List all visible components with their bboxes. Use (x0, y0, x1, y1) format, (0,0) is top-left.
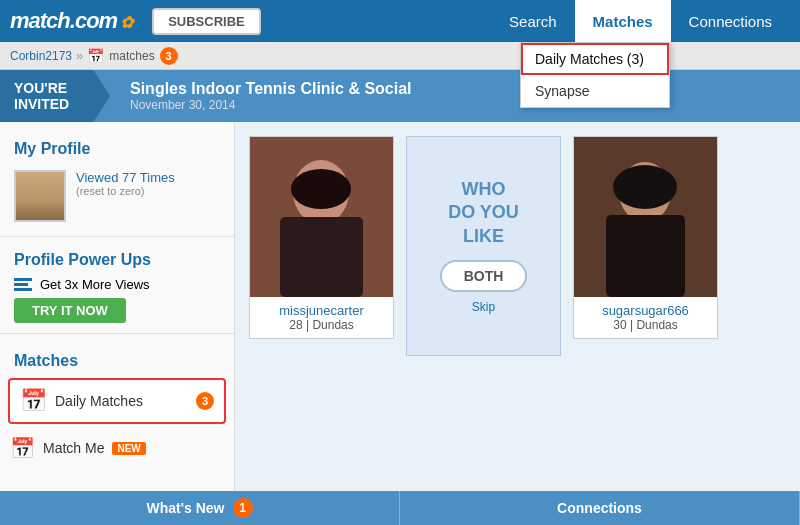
match-name-2[interactable]: sugarsugar666 (582, 303, 709, 318)
bottom-tabs: What's New 1 Connections (0, 491, 800, 525)
match-info-2: sugarsugar666 30 | Dundas (574, 297, 717, 338)
new-badge: NEW (112, 442, 145, 455)
dropdown-item-daily-matches[interactable]: Daily Matches (3) (521, 43, 669, 75)
bottom-tab-connections[interactable]: Connections (400, 491, 800, 525)
match-photo-1 (250, 137, 393, 297)
bottom-tab-whats-new[interactable]: What's New 1 (0, 491, 400, 525)
sidebar-divider-1 (0, 236, 234, 237)
power-ups-section: Get 3x More Views TRY IT NOW (0, 273, 234, 327)
match-me-icon: 📅 (10, 436, 35, 460)
svg-rect-2 (280, 217, 363, 297)
match-photo-2 (574, 137, 717, 297)
whats-new-badge: 1 (233, 498, 253, 518)
person2-svg (574, 137, 717, 297)
dropdown-item-synapse[interactable]: Synapse (521, 75, 669, 107)
power-ups-title: Profile Power Ups (0, 243, 234, 273)
match-name-1[interactable]: missjunecarter (258, 303, 385, 318)
whats-new-label: What's New (146, 500, 224, 516)
main-layout: My Profile Viewed 77 Times (reset to zer… (0, 122, 800, 491)
breadcrumb-separator: » (76, 48, 83, 63)
skip-link[interactable]: Skip (472, 300, 495, 314)
reset-label[interactable]: (reset to zero) (76, 185, 175, 197)
matches-label: matches (109, 49, 154, 63)
who-card: WHO DO YOU LIKE BOTH Skip (406, 136, 561, 356)
logo: match.com✿ (10, 8, 132, 34)
subscribe-button[interactable]: SUBSCRIBE (152, 8, 261, 35)
profile-stats: Viewed 77 Times (reset to zero) (76, 170, 175, 197)
try-it-now-button[interactable]: TRY IT NOW (14, 298, 126, 323)
power-ups-row: Get 3x More Views (14, 277, 220, 292)
matches-dropdown: Daily Matches (3) Synapse (520, 42, 670, 108)
breadcrumb-user[interactable]: Corbin2173 (10, 49, 72, 63)
match-card-1[interactable]: missjunecarter 28 | Dundas (249, 136, 394, 339)
content-area: missjunecarter 28 | Dundas WHO DO YOU LI… (235, 122, 800, 491)
match-card-2[interactable]: sugarsugar666 30 | Dundas (573, 136, 718, 339)
matches-section: Matches 📅 Daily Matches 3 📅 Match Me NEW (0, 340, 234, 472)
bar3 (14, 288, 32, 291)
my-profile-title: My Profile (0, 132, 234, 162)
matches-count-badge: 3 (160, 47, 178, 65)
svg-point-7 (613, 165, 677, 209)
match-me-row[interactable]: 📅 Match Me NEW (0, 428, 234, 468)
viewed-link[interactable]: Viewed 77 Times (76, 170, 175, 185)
both-button[interactable]: BOTH (440, 260, 528, 292)
invite-text: Singles Indoor Tennis Clinic & Social No… (110, 80, 412, 112)
maple-icon: ✿ (120, 14, 132, 31)
logo-text: match.com (10, 8, 117, 33)
nav-matches[interactable]: Matches (575, 0, 671, 42)
bars-icon (14, 278, 32, 291)
daily-matches-count: 3 (196, 392, 214, 410)
power-ups-label: Get 3x More Views (40, 277, 150, 292)
sidebar: My Profile Viewed 77 Times (reset to zer… (0, 122, 235, 491)
calendar-icon: 📅 (20, 388, 47, 414)
invite-banner: YOU'RE INVITED Singles Indoor Tennis Cli… (0, 70, 800, 122)
event-title: Singles Indoor Tennis Clinic & Social (130, 80, 412, 98)
header-nav: Search Matches Connections (491, 0, 790, 42)
bar1 (14, 278, 32, 281)
invited-label: YOU'RE INVITED (14, 80, 69, 112)
svg-rect-6 (606, 215, 685, 297)
breadcrumb-bar: Corbin2173 » 📅 matches 3 (0, 42, 800, 70)
header: match.com✿ SUBSCRIBE Search Matches Conn… (0, 0, 800, 42)
logo-domain: .com (70, 8, 117, 33)
avatar (14, 170, 66, 222)
daily-matches-row[interactable]: 📅 Daily Matches 3 (8, 378, 226, 424)
svg-point-3 (291, 169, 351, 209)
match-me-label: Match Me (43, 440, 104, 456)
match-age-loc-1: 28 | Dundas (258, 318, 385, 332)
sidebar-divider-2 (0, 333, 234, 334)
match-age-loc-2: 30 | Dundas (582, 318, 709, 332)
cal-icon: 📅 (87, 48, 104, 64)
connections-label: Connections (557, 500, 642, 516)
match-info-1: missjunecarter 28 | Dundas (250, 297, 393, 338)
invited-tag: YOU'RE INVITED (0, 70, 110, 122)
nav-connections[interactable]: Connections (671, 0, 790, 42)
daily-matches-label: Daily Matches (55, 393, 188, 409)
nav-search[interactable]: Search (491, 0, 575, 42)
profile-area: Viewed 77 Times (reset to zero) (0, 162, 234, 230)
matches-section-title: Matches (0, 344, 234, 374)
bar2 (14, 283, 28, 286)
avatar-face (16, 172, 64, 220)
matches-badge: 📅 matches 3 (87, 47, 177, 65)
person1-svg (250, 137, 393, 297)
event-date: November 30, 2014 (130, 98, 412, 112)
who-text: WHO DO YOU LIKE (448, 178, 519, 248)
